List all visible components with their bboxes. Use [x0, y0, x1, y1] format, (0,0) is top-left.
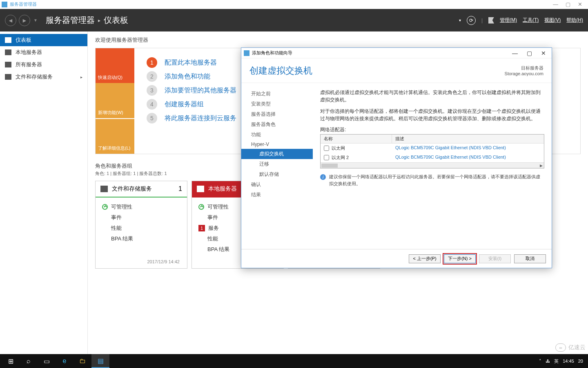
tile-label: 了解详细信息(L)	[98, 145, 130, 151]
nav-hyperv[interactable]: Hyper-V	[241, 140, 313, 149]
card-line-events[interactable]: 事件	[102, 212, 180, 223]
dialog-maximize-button[interactable]: ▢	[527, 50, 532, 56]
dialog-close-button[interactable]: ✕	[541, 50, 546, 56]
tile-quickstart[interactable]: 快速启动(Q)	[96, 48, 134, 83]
card-file-storage[interactable]: 文件和存储服务 1 可管理性 事件 性能 BPA 结果 2017/12/9 14…	[95, 181, 187, 269]
dropdown-small-icon[interactable]: ▾	[459, 18, 461, 22]
watermark: ∞ 亿速云	[555, 343, 586, 352]
info-icon: i	[320, 174, 326, 180]
server-manager-taskbar-icon[interactable]: ▤	[91, 354, 109, 368]
horizontal-scrollbar[interactable]: ▶	[321, 162, 544, 168]
target-value: Storage.aoyou.com	[505, 71, 543, 76]
nav-server-selection[interactable]: 服务器选择	[241, 109, 313, 119]
line-label: BPA 结果	[207, 246, 229, 253]
sidebar: 仪表板 本地服务器 所有服务器 文件和存储服务 ▸	[0, 31, 88, 354]
dialog-window-controls: — ▢ ✕	[512, 50, 549, 56]
forward-button[interactable]: ►	[19, 15, 30, 26]
cancel-button[interactable]: 取消	[514, 254, 546, 263]
adapter-row[interactable]: 以太网 QLogic BCM5709C Gigabit Ethernet (ND…	[321, 144, 544, 153]
tile-learnmore[interactable]: 了解详细信息(L)	[96, 118, 134, 154]
step-number: 1	[147, 57, 157, 68]
card-line-manage[interactable]: 可管理性	[102, 202, 180, 212]
start-button[interactable]: ⊞	[2, 354, 20, 368]
scroll-right-icon[interactable]: ▶	[538, 164, 544, 168]
scrollbar-thumb[interactable]	[321, 164, 338, 168]
back-button[interactable]: ◄	[5, 15, 16, 26]
previous-button[interactable]: < 上一步(P)	[409, 254, 441, 263]
dashboard-icon	[5, 37, 11, 43]
adapter-name: 以太网	[332, 145, 345, 151]
step-label: 配置此本地服务器	[165, 58, 217, 67]
step-number: 5	[147, 113, 157, 123]
breadcrumb-page[interactable]: 仪表板	[104, 15, 128, 26]
sidebar-item-label: 文件和存储服务	[16, 73, 53, 81]
line-label: 可管理性	[111, 203, 132, 211]
line-label: 性能	[111, 224, 122, 232]
explorer-icon[interactable]: 🗀	[74, 354, 91, 368]
step-label: 添加要管理的其他服务器	[165, 86, 236, 95]
watermark-text: 亿速云	[568, 344, 586, 351]
tile-label: 快速启动(Q)	[98, 74, 122, 81]
network-icon[interactable]: 🖧	[546, 359, 550, 364]
nav-confirm[interactable]: 确认	[241, 180, 313, 190]
notifications-flag-icon[interactable]	[488, 17, 494, 24]
nav-before-begin[interactable]: 开始之前	[241, 89, 313, 99]
dropdown-icon[interactable]: ▼	[33, 18, 38, 22]
close-button[interactable]: ✕	[578, 1, 582, 7]
menu-manage[interactable]: 管理(M)	[500, 17, 517, 24]
sidebar-item-local-server[interactable]: 本地服务器	[0, 46, 87, 58]
sidebar-item-file-storage[interactable]: 文件和存储服务 ▸	[0, 71, 87, 83]
sidebar-item-dashboard[interactable]: 仪表板	[0, 34, 87, 46]
nav-results[interactable]: 结果	[241, 190, 313, 200]
nav-migration[interactable]: 迁移	[241, 159, 313, 169]
sidebar-item-label: 本地服务器	[16, 49, 42, 56]
menu-help[interactable]: 帮助(H)	[566, 17, 583, 24]
taskbar: ⊞ ⌕ ▭ e 🗀 ▤ ˄ 🖧 英 14:45 20	[0, 354, 588, 368]
breadcrumb: 服务器管理器 ▸ 仪表板	[46, 15, 128, 26]
nav-install-type[interactable]: 安装类型	[241, 99, 313, 109]
card-body: 可管理性 事件 性能 BPA 结果	[96, 197, 187, 248]
adapter-checkbox[interactable]	[324, 146, 329, 151]
target-label: 目标服务器	[505, 65, 543, 71]
tile-whatsnew[interactable]: 新增功能(W)	[96, 83, 134, 118]
minimize-button[interactable]: —	[553, 1, 558, 7]
nav-default-stores[interactable]: 默认存储	[241, 169, 313, 180]
refresh-icon[interactable]: ⟳	[467, 16, 476, 25]
line-label: 事件	[207, 214, 218, 221]
server-icon	[197, 186, 204, 192]
install-button: 安装(I)	[479, 254, 511, 263]
storage-icon	[100, 186, 108, 192]
clock[interactable]: 14:45	[563, 359, 574, 364]
col-name-header[interactable]: 名称	[321, 135, 392, 143]
adapter-checkbox[interactable]	[324, 155, 329, 160]
ie-icon[interactable]: e	[56, 354, 74, 368]
next-button[interactable]: 下一步(N) >	[444, 254, 476, 263]
up-arrow-icon	[198, 204, 204, 210]
card-line-perf[interactable]: 性能	[102, 223, 180, 233]
sidebar-item-all-servers[interactable]: 所有服务器	[0, 58, 87, 71]
nav-features[interactable]: 功能	[241, 130, 313, 140]
date-prefix: 20	[578, 359, 583, 364]
card-title: 文件和存储服务	[112, 185, 174, 193]
table-header: 名称 描述	[321, 135, 544, 144]
dialog-heading: 创建虚拟交换机	[249, 65, 312, 77]
col-desc-header[interactable]: 描述	[392, 135, 544, 143]
ime-indicator[interactable]: 英	[554, 358, 559, 364]
tray-up-icon[interactable]: ˄	[539, 359, 541, 364]
nav-server-roles[interactable]: 服务器角色	[241, 119, 313, 130]
adapter-row[interactable]: 以太网 2 QLogic BCM5709C Gigabit Ethernet (…	[321, 153, 544, 162]
maximize-button[interactable]: ▢	[566, 1, 570, 7]
dialog-minimize-button[interactable]: —	[512, 50, 518, 56]
task-view-button[interactable]: ▭	[38, 354, 56, 368]
nav-virtual-switch[interactable]: 虚拟交换机	[241, 149, 313, 159]
storage-icon	[5, 74, 11, 80]
line-label: 服务	[208, 224, 219, 232]
breadcrumb-root[interactable]: 服务器管理器	[46, 15, 95, 26]
card-line-bpa[interactable]: BPA 结果	[102, 233, 180, 244]
alert-badge: 1	[198, 225, 205, 231]
menu-view[interactable]: 视图(V)	[544, 17, 561, 24]
step-number: 2	[147, 71, 157, 82]
menu-tools[interactable]: 工具(T)	[523, 17, 539, 24]
dialog-titlebar: 添加角色和功能向导 — ▢ ✕	[241, 48, 552, 58]
search-button[interactable]: ⌕	[20, 354, 38, 368]
